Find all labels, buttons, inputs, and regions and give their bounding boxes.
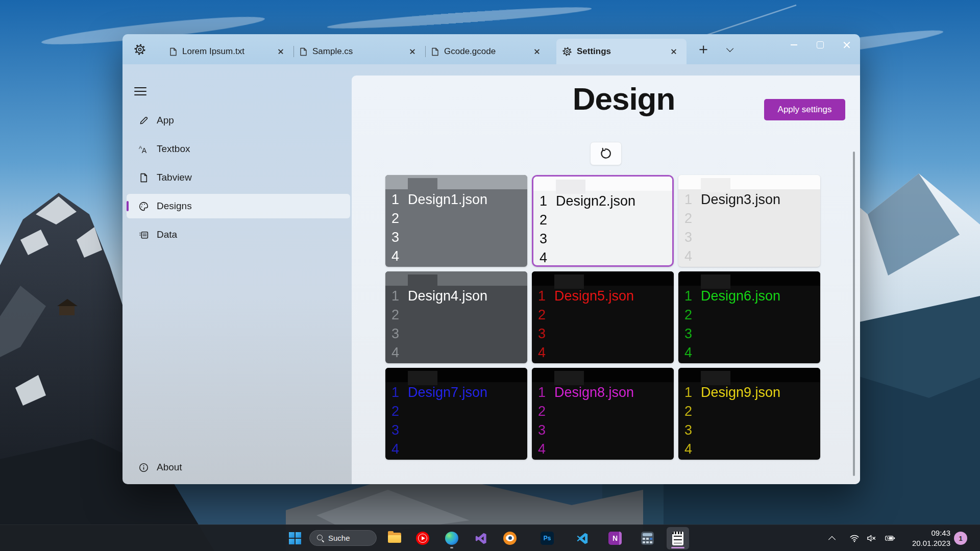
window-body: App A A Textbox Tabview — [122, 64, 860, 484]
design-card-7[interactable]: 1234Design7.json — [385, 368, 527, 460]
blender-icon — [503, 532, 517, 545]
maximize-button[interactable] — [807, 34, 834, 56]
youtube-music-icon — [416, 532, 429, 545]
design-card-6[interactable]: 1234Design6.json — [678, 271, 820, 363]
svg-text:A: A — [141, 146, 146, 154]
preview-titlebar — [532, 271, 674, 286]
volume-button[interactable] — [864, 530, 880, 546]
line-number: 2 — [538, 306, 546, 324]
preview-titlebar — [385, 368, 527, 382]
design-card-1[interactable]: 1234Design1.json — [385, 175, 527, 267]
tab-close-button[interactable] — [667, 45, 680, 58]
tab-list-button[interactable] — [721, 42, 737, 57]
menu-button[interactable] — [132, 84, 149, 99]
line-number: 3 — [684, 324, 692, 343]
line-number: 4 — [538, 343, 546, 362]
app-settings-button[interactable] — [131, 40, 149, 59]
tab-close-button[interactable] — [406, 45, 419, 58]
tab-label: Gcode.gcode — [444, 46, 525, 57]
close-button[interactable] — [834, 34, 860, 56]
minimize-button[interactable] — [780, 34, 807, 56]
tab-settings[interactable]: Settings — [556, 39, 687, 64]
desktop: Lorem Ipsum.txt Sample.cs Gcode.gcode — [0, 0, 980, 551]
line-number: 1 — [391, 383, 399, 402]
line-number: 4 — [684, 343, 692, 362]
design-card-3[interactable]: 1234Design3.json — [678, 175, 820, 267]
tab-sample-cs[interactable]: Sample.cs — [293, 39, 425, 64]
edge-button[interactable] — [440, 527, 463, 549]
sidebar-item-data[interactable]: Data — [127, 222, 350, 247]
sidebar-item-about[interactable]: About — [127, 455, 350, 480]
design-filename: Design2.json — [556, 192, 635, 211]
chevron-down-icon — [726, 44, 733, 52]
line-number: 4 — [540, 248, 547, 267]
line-number: 2 — [684, 209, 692, 228]
onenote-button[interactable]: N — [604, 527, 626, 549]
vs-code-icon — [575, 532, 589, 545]
visual-studio-button[interactable] — [470, 527, 492, 549]
tray-overflow-button[interactable] — [824, 530, 840, 546]
calculator-button[interactable] — [636, 527, 658, 549]
design-filename: Design1.json — [408, 190, 487, 209]
taskbar-search[interactable]: Suche — [309, 530, 377, 546]
line-number: 1 — [538, 287, 546, 306]
line-number: 3 — [684, 421, 692, 440]
tab-gcode[interactable]: Gcode.gcode — [425, 39, 550, 64]
vs-code-button[interactable] — [571, 527, 593, 549]
sidebar-item-label: Textbox — [157, 143, 190, 155]
line-number: 4 — [684, 247, 692, 266]
sidebar-item-app[interactable]: App — [127, 108, 350, 133]
design-card-5[interactable]: 1234Design5.json — [532, 271, 674, 363]
preview-titlebar — [678, 175, 820, 189]
sidebar-item-designs[interactable]: Designs — [127, 194, 350, 218]
start-button[interactable] — [284, 527, 306, 549]
settings-page: Design Apply settings 1234Design1.json 1… — [352, 76, 860, 484]
photoshop-button[interactable]: Ps — [536, 527, 558, 549]
volume-mute-icon — [867, 534, 877, 543]
refresh-button[interactable] — [590, 142, 622, 165]
file-icon — [169, 47, 177, 56]
design-card-8[interactable]: 1234Design8.json — [532, 368, 674, 460]
visual-studio-icon — [474, 532, 488, 545]
sidebar: App A A Textbox Tabview — [122, 64, 352, 484]
battery-button[interactable] — [882, 530, 898, 546]
apply-settings-button[interactable]: Apply settings — [764, 99, 845, 120]
wifi-button[interactable] — [846, 530, 863, 546]
sidebar-item-label: Tabview — [157, 172, 192, 183]
notification-badge[interactable]: 1 — [954, 532, 967, 545]
youtube-music-button[interactable] — [411, 527, 434, 549]
line-number: 2 — [538, 402, 546, 421]
line-number: 1 — [684, 287, 692, 306]
line-number: 1 — [684, 190, 692, 209]
line-number: 3 — [391, 324, 399, 343]
clock-time: 09:43 — [902, 528, 950, 538]
tab-close-button[interactable] — [274, 45, 287, 58]
tab-lorem-ipsum[interactable]: Lorem Ipsum.txt — [163, 39, 293, 64]
line-number: 1 — [538, 383, 546, 402]
maximize-icon — [817, 41, 824, 48]
new-tab-button[interactable] — [694, 41, 713, 58]
notepad-app-button[interactable] — [667, 527, 689, 549]
scrollbar[interactable] — [853, 152, 855, 476]
blender-button[interactable] — [499, 527, 521, 549]
line-numbers: 1234 — [391, 190, 399, 266]
sidebar-item-label: Data — [157, 229, 177, 240]
design-card-9[interactable]: 1234Design9.json — [678, 368, 820, 460]
tab-label: Settings — [577, 46, 662, 57]
line-number: 2 — [684, 402, 692, 421]
wifi-icon — [849, 534, 860, 543]
taskbar: Suche Ps N — [0, 524, 980, 551]
tab-close-button[interactable] — [530, 45, 544, 58]
chevron-up-icon — [828, 536, 836, 543]
line-number: 3 — [391, 421, 399, 440]
sidebar-item-tabview[interactable]: Tabview — [127, 165, 350, 190]
line-numbers: 1234 — [538, 287, 546, 362]
design-card-4[interactable]: 1234Design4.json — [385, 271, 527, 363]
design-card-2[interactable]: 1234Design2.json — [532, 175, 674, 267]
gear-icon — [134, 44, 145, 55]
file-explorer-button[interactable] — [383, 527, 406, 549]
tray-clock[interactable]: 09:43 20.01.2023 — [902, 528, 950, 548]
preview-titlebar — [678, 368, 820, 382]
line-numbers: 1234 — [684, 190, 692, 266]
sidebar-item-textbox[interactable]: A A Textbox — [127, 137, 350, 161]
